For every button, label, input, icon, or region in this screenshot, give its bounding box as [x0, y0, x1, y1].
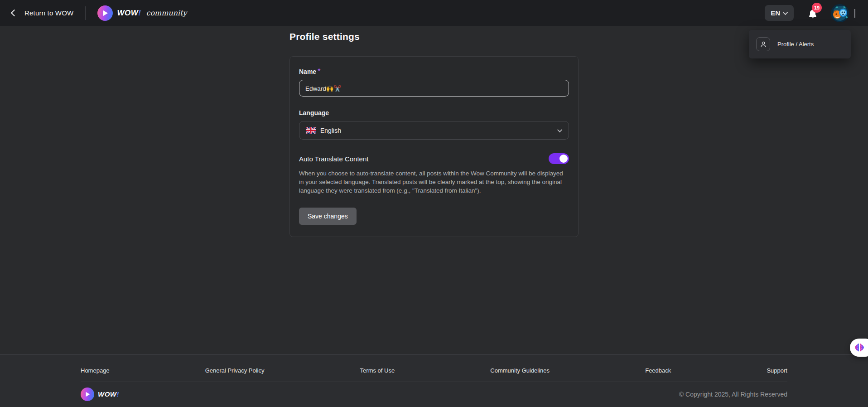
footer: Homepage General Privacy Policy Terms of…	[0, 354, 868, 407]
brain-icon	[854, 343, 865, 353]
main-content: Profile settings Name* Language	[289, 0, 579, 237]
chevron-down-icon	[783, 10, 788, 15]
chevron-down-icon	[557, 127, 562, 132]
required-marker: *	[318, 68, 320, 75]
auto-translate-toggle[interactable]	[549, 153, 569, 164]
notification-count-badge: 19	[812, 3, 822, 13]
footer-link-privacy-policy[interactable]: General Privacy Policy	[205, 367, 265, 374]
profile-dropdown-menu: Profile / Alerts	[749, 30, 851, 58]
language-code: EN	[771, 9, 780, 17]
topbar-left: Return to WOW WOW! community	[12, 5, 187, 21]
footer-link-feedback[interactable]: Feedback	[645, 367, 671, 374]
language-select-value: English	[320, 127, 554, 134]
notifications-button[interactable]: 19	[807, 6, 819, 20]
footer-brand-wordmark: WOW!	[98, 390, 119, 398]
topbar-divider	[85, 6, 86, 20]
footer-link-homepage[interactable]: Homepage	[81, 367, 110, 374]
menu-item-profile-alerts[interactable]: Profile / Alerts	[756, 37, 844, 51]
profile-settings-card: Name* Language English	[289, 56, 579, 237]
menu-item-label: Profile / Alerts	[777, 41, 814, 48]
brand-bang: !	[116, 390, 119, 398]
user-avatar[interactable]	[831, 4, 849, 22]
return-to-wow-button[interactable]: Return to WOW	[12, 9, 73, 17]
uk-flag-icon	[306, 127, 316, 134]
footer-brand-logo[interactable]: WOW!	[81, 388, 119, 401]
auto-translate-label: Auto Translate Content	[299, 155, 368, 163]
page-title: Profile settings	[289, 31, 579, 42]
chevron-down-icon	[854, 9, 855, 18]
profile-menu-toggle[interactable]	[854, 9, 855, 17]
save-changes-button[interactable]: Save changes	[299, 208, 357, 225]
screen: Return to WOW WOW! community EN	[0, 0, 868, 407]
footer-link-community-guidelines[interactable]: Community Guidelines	[490, 367, 550, 374]
brain-widget-button[interactable]	[850, 339, 868, 357]
name-input[interactable]	[299, 80, 569, 97]
wow-play-logo-icon	[97, 5, 113, 21]
top-bar: Return to WOW WOW! community EN	[0, 0, 868, 26]
back-chevron-icon	[11, 10, 18, 17]
language-switcher-button[interactable]: EN	[765, 5, 794, 21]
person-icon	[756, 37, 770, 51]
brand-bang: !	[138, 9, 141, 17]
brand-logo[interactable]: WOW! community	[97, 5, 187, 21]
name-field-label: Name*	[299, 68, 569, 76]
footer-link-terms-of-use[interactable]: Terms of Use	[360, 367, 395, 374]
back-label: Return to WOW	[24, 9, 73, 17]
wow-play-logo-icon	[81, 388, 94, 401]
brand-wordmark: WOW!	[117, 9, 141, 18]
footer-bottom-row: WOW! © Copyright 2025, All Rights Reserv…	[81, 382, 787, 406]
toggle-knob	[559, 155, 568, 163]
language-field-label: Language	[299, 109, 569, 117]
language-select[interactable]: English	[299, 121, 569, 140]
auto-translate-row: Auto Translate Content	[299, 153, 569, 164]
footer-link-support[interactable]: Support	[767, 367, 787, 374]
copyright-text: © Copyright 2025, All Rights Reserved	[679, 391, 787, 398]
auto-translate-description: When you choose to auto-translate conten…	[299, 169, 569, 195]
avatar-art	[831, 4, 849, 22]
footer-links-row: Homepage General Privacy Policy Terms of…	[81, 355, 787, 382]
topbar-right: EN 19	[765, 4, 855, 22]
brand-suffix: community	[146, 9, 187, 17]
